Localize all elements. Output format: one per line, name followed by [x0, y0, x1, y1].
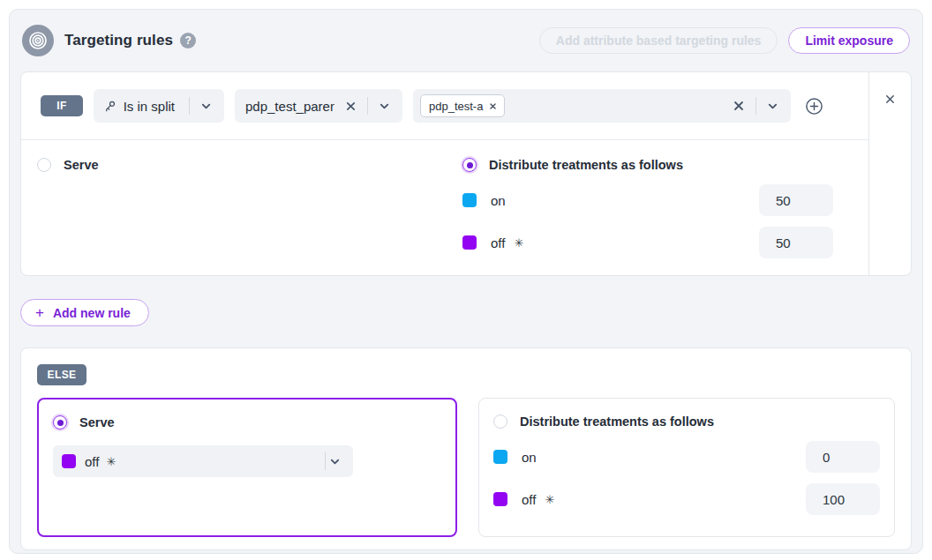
bullseye-icon — [27, 30, 49, 51]
add-new-rule-button[interactable]: + Add new rule — [20, 299, 149, 326]
treatment-name: off — [522, 492, 536, 507]
targeting-rules-panel: Targeting rules ? Add attribute based ta… — [9, 9, 923, 554]
treatment-off-swatch — [493, 492, 507, 506]
default-treatment-icon: ✳ — [106, 455, 116, 468]
treatment-chip-remove-icon[interactable] — [489, 95, 497, 116]
distribute-radio[interactable] — [462, 158, 477, 172]
else-distribute-radio[interactable] — [493, 414, 507, 429]
add-new-rule-label: Add new rule — [53, 306, 131, 320]
treatment-off-swatch — [62, 454, 76, 468]
else-distribute-label: Distribute treatments as follows — [520, 414, 714, 429]
default-treatment-icon: ✳ — [545, 493, 554, 506]
rule-side-column — [868, 72, 911, 275]
treatments-clear-icon[interactable] — [729, 95, 748, 116]
else-rule-card: ELSE Serve off ✳ — [20, 347, 912, 550]
treatment-name: off — [491, 235, 505, 250]
delete-rule-icon[interactable] — [881, 88, 899, 109]
split-treatments-select[interactable]: pdp_test-a — [413, 89, 791, 123]
rule-card: IF Is in split pdp_test_parent — [20, 71, 912, 276]
treatment-row-on: on — [493, 441, 880, 473]
add-attribute-rules-button: Add attribute based targeting rules — [539, 27, 778, 54]
limit-exposure-button[interactable]: Limit exposure — [788, 27, 910, 54]
dropdown-chevron-down-icon[interactable] — [326, 451, 344, 472]
page-title: Targeting rules — [64, 32, 173, 49]
help-icon[interactable]: ? — [180, 33, 196, 49]
treatment-off-percentage-input[interactable] — [759, 227, 833, 258]
treatment-row-off: off ✳ — [493, 483, 880, 515]
else-distribute-panel[interactable]: Distribute treatments as follows on off … — [478, 398, 895, 537]
else-treatment-off-percentage-input[interactable] — [806, 483, 880, 515]
split-chevron-down-icon[interactable] — [375, 95, 394, 116]
plus-icon: + — [35, 304, 44, 322]
key-icon — [104, 98, 116, 114]
split-select[interactable]: pdp_test_parent — [235, 89, 402, 123]
add-condition-icon[interactable] — [801, 95, 827, 116]
matcher-chevron-down-icon[interactable] — [197, 95, 215, 116]
else-serve-panel[interactable]: Serve off ✳ — [37, 398, 457, 537]
matcher-select[interactable]: Is in split — [94, 89, 224, 123]
else-treatment-on-percentage-input[interactable] — [806, 441, 880, 473]
dropdown-value: off — [85, 454, 99, 469]
else-serve-label: Serve — [79, 415, 115, 429]
serve-radio[interactable] — [37, 158, 51, 172]
if-badge: IF — [41, 95, 83, 116]
treatment-on-swatch — [493, 450, 507, 464]
split-clear-icon[interactable] — [342, 95, 360, 116]
treatment-name: on — [522, 450, 537, 465]
treatment-on-percentage-input[interactable] — [759, 184, 833, 216]
else-badge: ELSE — [37, 364, 86, 385]
treatment-row-off: off ✳ — [462, 227, 833, 258]
distribute-label: Distribute treatments as follows — [489, 158, 683, 172]
treatment-off-swatch — [462, 235, 477, 250]
treatments-chevron-down-icon[interactable] — [763, 95, 782, 116]
treatment-on-swatch — [462, 193, 477, 207]
rule-condition-row: IF Is in split pdp_test_parent — [21, 72, 868, 140]
matcher-label: Is in split — [124, 99, 175, 114]
panel-header: Targeting rules ? Add attribute based ta… — [20, 24, 912, 57]
serve-label: Serve — [64, 158, 99, 172]
else-serve-treatment-dropdown[interactable]: off ✳ — [53, 445, 353, 477]
targeting-rules-icon — [22, 25, 54, 56]
else-serve-radio[interactable] — [53, 415, 67, 429]
treatment-row-on: on — [462, 184, 833, 216]
split-select-value: pdp_test_parent — [245, 99, 334, 114]
treatment-name: on — [491, 193, 506, 208]
default-treatment-icon: ✳ — [514, 236, 523, 250]
treatment-chip-label: pdp_test-a — [429, 100, 483, 113]
rule-serve-area: Serve Distribute treatments as follows o… — [21, 140, 868, 275]
treatment-chip: pdp_test-a — [420, 94, 505, 117]
